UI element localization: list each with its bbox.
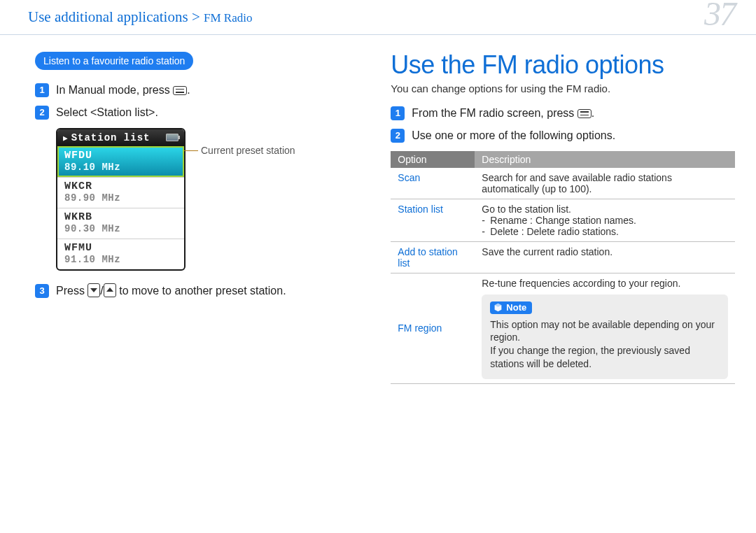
station-frequency: 90.30 MHz [64, 223, 177, 234]
section-title: Use the FM radio options [391, 52, 735, 78]
station-frequency: 89.10 MHz [64, 162, 177, 173]
station-callsign: WKCR [64, 180, 177, 192]
station-callsign: WFMU [64, 242, 177, 254]
screenshot-statusbar: ▶Station list [57, 129, 184, 146]
option-desc: Save the current radio station. [475, 241, 735, 273]
option-name: FM region [391, 273, 475, 384]
down-key-icon [88, 283, 100, 297]
option-name: Add to station list [391, 241, 475, 273]
options-header-description: Description [475, 151, 735, 168]
station-callsign: WFDU [64, 150, 177, 162]
option-desc: Search for and save available radio stat… [475, 168, 735, 199]
step-text-1: In Manual mode, press . [56, 83, 190, 98]
step-number-1: 1 [391, 106, 405, 120]
station-callsign: WKRB [64, 211, 177, 223]
option-desc: Go to the station list. Rename : Change … [475, 199, 735, 241]
battery-icon [166, 134, 178, 141]
option-name: Scan [391, 168, 475, 199]
option-desc: Re-tune frequencies according to your re… [475, 273, 735, 384]
note-box: Note This option may not be available de… [482, 294, 728, 380]
station-item: WKCR 89.90 MHz [57, 177, 184, 208]
table-row: FM region Re-tune frequencies according … [391, 273, 735, 384]
station-frequency: 91.10 MHz [64, 254, 177, 265]
callout-label: Current preset station [201, 145, 295, 156]
table-row: Scan Search for and save available radio… [391, 168, 735, 199]
step-number-2: 2 [35, 106, 49, 120]
step-text-2: Select <Station list>. [56, 105, 158, 120]
breadcrumb-sep: > [188, 8, 204, 25]
right-step-1: 1 From the FM radio screen, press . [391, 106, 735, 121]
step-number-3: 3 [35, 284, 49, 298]
list-item: Delete : Delete radio stations. [482, 226, 728, 237]
step-number-1: 1 [35, 83, 49, 97]
left-column: Listen to a favourite radio station 1 In… [35, 52, 363, 384]
step-text-3: Press / to move to another preset statio… [56, 283, 286, 299]
left-step-2: 2 Select <Station list>. [35, 105, 363, 120]
note-cube-icon [493, 303, 503, 312]
step-text: From the FM radio screen, press . [412, 106, 594, 121]
page-number: 37 [704, 0, 735, 33]
table-row: Station list Go to the station list. Ren… [391, 199, 735, 241]
right-column: Use the FM radio options You can change … [391, 52, 735, 384]
breadcrumb-main: Use additional applications [28, 8, 188, 25]
up-key-icon [104, 283, 116, 297]
page-header: Use additional applications > FM Radio 3… [0, 0, 756, 35]
play-arrow-icon: ▶ [63, 134, 69, 143]
screenshot-title: Station list [71, 132, 150, 143]
list-item: Rename : Change station names. [482, 215, 728, 226]
options-table: Option Description Scan Search for and s… [391, 151, 735, 385]
step-text: Use one or more of the following options… [412, 128, 615, 143]
breadcrumb-sub: FM Radio [204, 11, 252, 24]
callout-line [184, 150, 198, 152]
left-step-3: 3 Press / to move to another preset stat… [35, 283, 363, 299]
right-step-2: 2 Use one or more of the following optio… [391, 128, 735, 143]
step-number-2: 2 [391, 129, 405, 143]
breadcrumb: Use additional applications > FM Radio [28, 8, 252, 25]
station-list-screenshot: ▶Station list WFDU 89.10 MHz WKCR 89.90 … [56, 128, 363, 271]
table-row: Add to station list Save the current rad… [391, 241, 735, 273]
station-item-active: WFDU 89.10 MHz [57, 146, 184, 177]
device-screen: ▶Station list WFDU 89.10 MHz WKCR 89.90 … [56, 128, 186, 271]
section-subtitle: You can change options for using the FM … [391, 83, 735, 94]
option-name: Station list [391, 199, 475, 241]
section-pill: Listen to a favourite radio station [35, 52, 193, 70]
menu-icon [578, 109, 592, 118]
left-step-1: 1 In Manual mode, press . [35, 83, 363, 98]
menu-icon [173, 86, 187, 95]
note-text: This option may not be available dependi… [490, 318, 720, 371]
station-frequency: 89.90 MHz [64, 192, 177, 204]
note-label: Note [506, 302, 526, 313]
station-item: WKRB 90.30 MHz [57, 208, 184, 239]
options-header-option: Option [391, 151, 475, 168]
station-item: WFMU 91.10 MHz [57, 239, 184, 269]
note-badge: Note [490, 301, 532, 314]
